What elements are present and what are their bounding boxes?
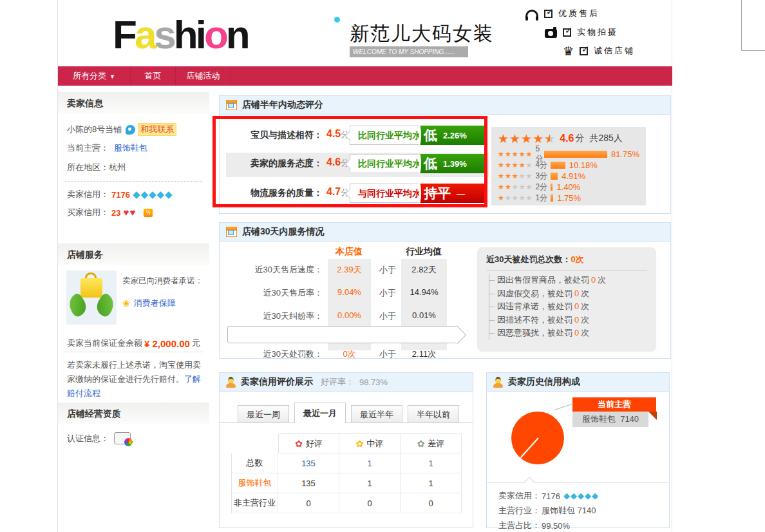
- positive-rate-label: 好评率：: [321, 376, 354, 388]
- less-than-label: 小于: [379, 348, 399, 360]
- industry-value: 服饰鞋包 7140: [542, 505, 596, 517]
- main-category-link[interactable]: 服饰鞋包: [114, 142, 147, 154]
- shop-name-row: 小陈的8号当铺 和我联系: [67, 123, 176, 136]
- breakdown-row-2: ★★★★★ 2分 1.40%: [498, 182, 639, 193]
- pie-callout-connector: [554, 403, 574, 410]
- consumer-guarantee-link[interactable]: 消费者保障: [134, 298, 176, 309]
- penalty-summary-box: 近30天被处罚总次数：0次 因出售假冒商品，被处罚0次 因虚假交易，被处罚0次 …: [477, 247, 656, 352]
- id-card-cert-icon[interactable]: [114, 432, 131, 444]
- logo-letter: n: [226, 12, 248, 57]
- breakdown-bar: [551, 173, 558, 180]
- evaluation-panel: 卖家信用评价展示 好评率： 98.73% 最近一周 最近一月 最近半年 半年以前…: [219, 372, 473, 528]
- industry-label: 主营行业：: [498, 505, 540, 517]
- service30-panel-header: 店铺30天内服务情况: [220, 223, 670, 242]
- shop-value: 0次: [328, 348, 371, 360]
- rating-count: 共285人: [589, 133, 622, 144]
- shop-value: 9.04%: [328, 287, 371, 297]
- overall-stars: ★★★★★★ 4.6分 共285人: [498, 132, 639, 145]
- less-than-label: 小于: [379, 264, 399, 276]
- diamond-icon: ◆: [592, 491, 598, 500]
- breakdown-percent: 81.75%: [611, 149, 639, 159]
- deposit-row: 卖家当前保证金余额 ¥ 2,000.00 元: [67, 337, 200, 349]
- tab-before-half-year[interactable]: 半年以前: [408, 405, 459, 423]
- evaluation-panel-title: 卖家信用评价展示: [241, 376, 313, 388]
- logo-letter: h: [174, 12, 196, 57]
- dsr-panel-header: 店铺半年内动态评分: [220, 96, 670, 115]
- half-credit-icon: ½: [144, 209, 153, 217]
- callout-value: 7140: [620, 414, 639, 424]
- checkbox-checked-icon: [563, 28, 571, 37]
- penalty-item: 因违背承诺，被处罚0次: [489, 300, 647, 314]
- seller-info-section: 卖家信息 小陈的8号当铺 和我联系 当前主营： 服饰鞋包 所在地区： 杭州 卖家…: [58, 92, 209, 225]
- breakdown-label: 3分: [535, 171, 551, 182]
- star-breakdown: ★★★★★ 5分 81.75% ★★★★★ 4分 10.18% ★★★★★ 3分…: [498, 149, 639, 204]
- breakdown-label: 4分: [535, 160, 551, 171]
- nav-item-activities[interactable]: 店铺活动: [176, 66, 231, 86]
- buyer-credit-label: 买家信用：: [67, 207, 109, 218]
- breakdown-bar: [551, 184, 552, 191]
- breakdown-bar: [544, 151, 607, 158]
- tab-last-month[interactable]: 最近一月: [294, 403, 346, 423]
- badge-real-photo: 实物拍摄: [545, 25, 618, 39]
- col-shop-value: 本店值: [326, 246, 372, 258]
- contact-me-link[interactable]: 和我联系: [138, 123, 176, 136]
- consumer-protection-image: [66, 271, 117, 325]
- category-neutral-count: 1: [339, 473, 401, 493]
- person-icon: [226, 377, 236, 388]
- diamond-icon: ◆: [140, 190, 148, 199]
- seller-credit-value: 7176: [111, 190, 130, 200]
- crown-icon: ♛: [563, 45, 574, 57]
- deposit-unit: 元: [192, 337, 200, 349]
- shop-name: 小陈的8号当铺: [67, 124, 122, 135]
- diamond-icon: ◆: [149, 190, 156, 199]
- callout-fold: [648, 412, 657, 420]
- total-bad-count[interactable]: 1: [401, 453, 462, 473]
- breakdown-row-4: ★★★★★ 4分 10.18%: [498, 160, 639, 171]
- main-nav: 所有分类▼ 首页 店铺活动: [58, 66, 672, 86]
- note-text: 若卖家未履行上述承诺，淘宝使用卖家缴纳的保证金进行先行赔付。: [67, 360, 201, 384]
- wangwang-icon[interactable]: [126, 125, 135, 135]
- welcome-banner: WELCOME TO MY SHOPPING......: [350, 46, 468, 57]
- callout-title: 当前主营: [572, 397, 656, 412]
- region-label: 所在地区：: [67, 162, 109, 173]
- nav-item-home[interactable]: 首页: [131, 66, 176, 86]
- evaluation-table: ✿好评 ✿中评 ✿差评 总数 135 1 1 服饰鞋包 135 1 1 非主营行…: [231, 433, 462, 513]
- checkbox-checked-icon: [580, 47, 588, 55]
- nonmain-neutral-count: 0: [339, 493, 401, 513]
- shop-value: 0.00%: [328, 310, 371, 320]
- deposit-label: 卖家当前保证金余额: [67, 337, 142, 349]
- tab-last-week[interactable]: 最近一周: [238, 405, 289, 423]
- cert-label: 认证信息：: [67, 433, 109, 444]
- breakdown-row-3: ★★★★★ 3分 4.91%: [498, 171, 639, 182]
- breakdown-percent: 1.75%: [557, 193, 581, 203]
- nav-item-all-categories[interactable]: 所有分类▼: [58, 66, 131, 86]
- diamond-icon: ◆: [585, 491, 591, 500]
- storefront-calendar-icon: [226, 227, 237, 237]
- less-than-label: 小于: [379, 287, 399, 299]
- breakdown-bar: [551, 195, 553, 202]
- share-value: 99.50%: [542, 521, 570, 531]
- seller-credit-row: 卖家信用： 7176 ◆◆◆◆◆: [67, 189, 173, 200]
- tab-last-half-year[interactable]: 最近半年: [351, 405, 402, 423]
- service30-panel: 店铺30天内服务情况 本店值 行业均值 近30天售后速度： 2.39天 小于 2…: [219, 222, 671, 359]
- total-good-count[interactable]: 135: [278, 453, 339, 473]
- seller-credit-label: 卖家信用：: [67, 189, 109, 200]
- chevron-down-icon: ▼: [109, 73, 115, 80]
- promise-text: 卖家已向消费者承诺：: [122, 276, 203, 287]
- headphones-icon: [525, 10, 538, 18]
- logo-letter: i: [196, 12, 204, 57]
- badge-quality-service: 优质售后: [525, 6, 600, 21]
- shop-logo[interactable]: Fashion 新范儿大码女装 WELCOME TO MY SHOPPING..…: [113, 10, 473, 62]
- callout-body: 服饰鞋包 7140: [572, 412, 648, 427]
- total-neutral-count[interactable]: 1: [339, 453, 401, 473]
- overall-score-unit: 分: [575, 133, 584, 144]
- annotation-red-box: [212, 116, 487, 207]
- breakdown-row-1: ★★★★★ 1分 1.75%: [498, 193, 639, 204]
- penalty-item: 因描述不符，被处罚0次: [489, 314, 647, 327]
- checkbox-checked-icon: [544, 10, 552, 18]
- deposit-value: ¥ 2,000.00: [144, 338, 190, 349]
- service-row-label: 近30天售后率：: [232, 287, 323, 299]
- diamond-icon: ◆: [165, 190, 173, 199]
- penalty-total: 0次: [571, 254, 583, 264]
- evaluation-panel-header: 卖家信用评价展示 好评率： 98.73%: [220, 373, 473, 392]
